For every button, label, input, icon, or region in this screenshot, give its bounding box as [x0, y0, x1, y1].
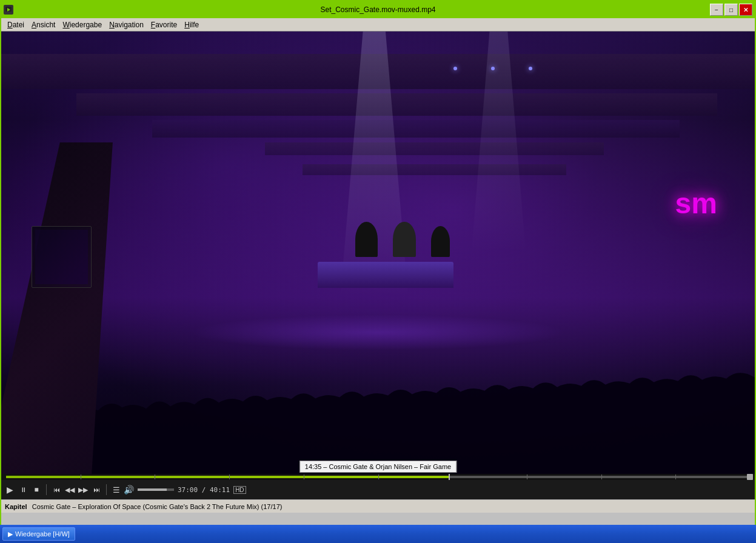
- performer-1: [355, 222, 378, 257]
- window: Set_Cosmic_Gate.mov-muxed.mp4 − □ ✕ Date…: [0, 0, 756, 543]
- chapter-name: Cosmic Gate – Exploration Of Space (Cosm…: [32, 503, 283, 510]
- video-frame: sm 14:35 – Cosmic Gate & Orjan Nilsen – …: [1, 32, 755, 474]
- time-display: 37:00 / 40:11: [178, 486, 230, 494]
- next-chapter-button[interactable]: ⏭: [90, 484, 102, 496]
- menu-datei[interactable]: Datei: [4, 19, 28, 30]
- taskbar-label: Wiedergabe [H/W]: [15, 530, 70, 538]
- stop-button[interactable]: ■: [30, 484, 42, 496]
- time-current: 37:00: [178, 486, 198, 494]
- truss-3: [152, 120, 680, 138]
- maximize-button[interactable]: □: [724, 4, 738, 16]
- seekbar-track[interactable]: [6, 476, 750, 478]
- taskbar-item[interactable]: ▶ Wiedergabe [H/W]: [2, 527, 75, 541]
- close-button[interactable]: ✕: [739, 4, 752, 16]
- seekbar-end-control[interactable]: [747, 474, 753, 480]
- taskbar: ▶ Wiedergabe [H/W]: [1, 525, 755, 542]
- minimize-button[interactable]: −: [710, 4, 723, 16]
- truss-2: [76, 93, 717, 116]
- chapter-label: Kapitel: [5, 503, 27, 510]
- fastforward-button[interactable]: ▶▶: [77, 484, 89, 496]
- window-controls: − □ ✕: [710, 4, 752, 16]
- hd-badge: HD: [233, 486, 246, 494]
- crowd-silhouette: [1, 341, 755, 474]
- menu-hilfe[interactable]: Hilfe: [181, 19, 202, 30]
- main-content: sm 14:35 – Cosmic Gate & Orjan Nilsen – …: [1, 32, 755, 542]
- chapter-info-bar: Kapitel Cosmic Gate – Exploration Of Spa…: [1, 499, 755, 513]
- time-separator: /: [202, 486, 210, 494]
- separator-2: [106, 484, 107, 495]
- right-controls: 🔊 37:00 / 40:11 HD: [124, 485, 251, 495]
- chapter-tooltip: 14:35 – Cosmic Gate & Orjan Nilsen – Fai…: [299, 461, 457, 473]
- performer-2: [393, 222, 415, 257]
- truss-5: [303, 164, 566, 175]
- prev-chapter-button[interactable]: ⏮: [50, 484, 62, 496]
- dj-booth: [318, 262, 453, 288]
- phone-screen: [32, 226, 92, 288]
- sign-text: sm: [675, 187, 717, 220]
- truss-4: [265, 142, 604, 156]
- time-total: 40:11: [210, 486, 230, 494]
- rewind-button[interactable]: ◀◀: [64, 484, 76, 496]
- menu-button[interactable]: ☰: [110, 484, 122, 496]
- controls-area: ▶ ⏸ ■ ⏮ ◀◀ ▶▶ ⏭ ☰ �: [1, 480, 755, 499]
- title-bar: Set_Cosmic_Gate.mov-muxed.mp4 − □ ✕: [1, 1, 755, 18]
- title-bar-left: [4, 5, 13, 15]
- volume-icon: 🔊: [124, 485, 134, 495]
- menu-favoriten[interactable]: Favorite: [147, 19, 181, 30]
- pause-button[interactable]: ⏸: [17, 484, 29, 496]
- menu-ansicht[interactable]: Ansicht: [28, 19, 59, 30]
- volume-slider[interactable]: [138, 488, 174, 491]
- separator-1: [46, 484, 47, 495]
- menu-navigation[interactable]: Navigation: [105, 19, 147, 30]
- menu-bar: Datei Ansicht Wiedergabe Navigation Favo…: [1, 18, 755, 32]
- app-icon: [4, 5, 13, 15]
- scene-background: sm: [1, 32, 755, 474]
- window-title: Set_Cosmic_Gate.mov-muxed.mp4: [320, 5, 435, 14]
- stage-glow: [190, 315, 567, 350]
- seekbar-container[interactable]: [1, 474, 755, 480]
- taskbar-icon: ▶: [8, 530, 13, 538]
- controls-row: ▶ ⏸ ■ ⏮ ◀◀ ▶▶ ⏭ ☰ �: [1, 480, 253, 499]
- menu-wiedergabe[interactable]: Wiedergabe: [59, 19, 105, 30]
- volume-fill: [138, 488, 167, 491]
- performer-3: [431, 226, 450, 257]
- video-container[interactable]: sm 14:35 – Cosmic Gate & Orjan Nilsen – …: [1, 32, 755, 474]
- play-button[interactable]: ▶: [4, 484, 16, 496]
